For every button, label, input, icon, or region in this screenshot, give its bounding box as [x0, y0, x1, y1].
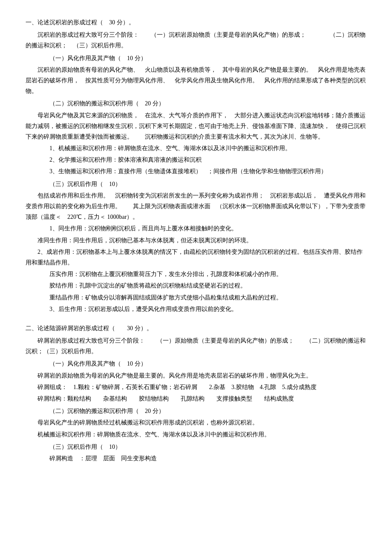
section1-sub3-p5: 压实作用：沉积物在上覆沉积物重荷压力下，发生水分排出，孔隙度和体积减小的作用。	[26, 269, 366, 279]
section1-sub3-p1: 包括成岩作用和后生作用。 沉积物转变为沉积岩所发生的一系列变化称为成岩作用； 沉…	[26, 190, 366, 223]
section1-sub3-p7: 重结晶作用：矿物成分以溶解再固结或固体扩散方式使细小晶粒集结成粗大晶粒的过程。	[26, 292, 366, 303]
section2-sub2-title: （二）沉积物的搬运和沉积作用（ 20 分）	[26, 406, 366, 416]
section2-sub3-title: （三）沉积后作用（ 10）	[26, 442, 366, 452]
section1-sub3-p8: 3、后生作用：沉积岩形成以后，遭受风化作用或变质作用以前的变化。	[26, 304, 366, 314]
section1-sub2-list3: 3、生物搬运和沉积作用：直接作用（生物遗体直接堆积） ；间接作用（生物化学和生物…	[26, 166, 366, 177]
section2-sub2-p2: 机械搬运和沉积作用：碎屑物质在流水、空气、海湖水体以及冰川中的搬运和沉积作用。	[26, 429, 366, 440]
section2-sub1-p3: 碎屑结构：颗粒结构 杂基结构 胶结物结构 孔隙结构 支撑接触类型 结构成熟度	[26, 393, 366, 404]
section2-sub2-p1: 母岩风化产生的碎屑物质经过机械搬运和沉积作用形成的沉积岩，也称外源沉积岩。	[26, 417, 366, 428]
section1-sub3-p2: 1、同生作用：沉积物刚刚沉积后，而且尚与上覆水体相接触时的变化。	[26, 223, 366, 234]
section1-intro: 沉积岩的形成过程大致可分三个阶段： （一）沉积岩原始物质（主要是母岩的风化产物）…	[26, 29, 366, 51]
section1-sub2-title: （二）沉积物的搬运和沉积作用（ 20 分）	[26, 98, 366, 109]
section2-sub3-p1: 碎屑构造 ：层理 层面 同生变形构造	[26, 453, 366, 464]
section2-intro: 碎屑岩的形成过程大致也可分三个阶段： （一）原始物质（主要是母岩的风化产物）的形…	[26, 335, 366, 357]
section1-sub3-p6: 胶结作用：孔隙中沉淀出的矿物质将疏松的沉积物粘结成坚硬岩石的过程。	[26, 280, 366, 291]
section1-sub1-title: （一）风化作用及其产物（ 10 分）	[26, 53, 366, 64]
section1-sub3-p4: 2、成岩作用：沉积物基本上与上覆水体脱离的情况下，由疏松的沉积物转变为固结的沉积…	[26, 247, 366, 268]
section2-sub1-p1: 碎屑岩的原始物质为母岩的风化产物是最主要的。风化作用是地壳表层岩石的破坏作用，物…	[26, 370, 366, 381]
document-content: 一、论述沉积岩的形成过程（ 30 分）。 沉积岩的形成过程大致可分三个阶段： （…	[26, 17, 366, 464]
section2-sub1-p2: 碎屑组成： 1.颗粒：矿物碎屑，石英长石重矿物；岩石碎屑 2.杂基 3.胶结物 …	[26, 382, 366, 392]
section1-sub1-p1: 沉积岩的原始物质有母岩的风化产物、 火山物质以及有机物质等， 其中母岩的风化产物…	[26, 64, 366, 97]
section1-sub2-list2: 2、化学搬运和沉积作用：胶体溶液和真溶液的搬运和沉积	[26, 154, 366, 165]
section2-sub1-title: （一）风化作用及其产物（ 10 分）	[26, 358, 366, 369]
section1-sub3-title: （三）沉积后作用（ 10）	[26, 179, 366, 189]
section1-sub2-list1: 1、机械搬运和沉积作用：碎屑物质在流水、空气、海湖水体以及冰川中的搬运和沉积作用…	[26, 143, 366, 154]
section1-heading: 一、论述沉积岩的形成过程（ 30 分）。	[26, 17, 366, 28]
section1-sub3-p3: 准同生作用：同生作用后，沉积物已基本与水体脱离，但还未脱离沉积时的环境。	[26, 235, 366, 246]
section2-heading: 二、论述陆源碎屑岩的形成过程（ 30 分）。	[26, 323, 366, 334]
section1-sub2-p1: 母岩风化产物及其它来源的沉积物质， 在流水、大气等介质的作用下， 大部分进入搬运…	[26, 110, 366, 142]
